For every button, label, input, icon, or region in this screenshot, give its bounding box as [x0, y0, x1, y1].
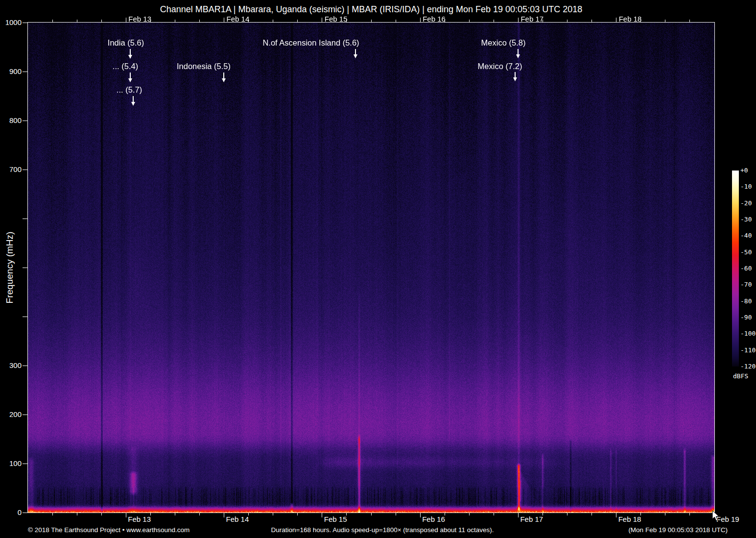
colorbar-label: +0	[740, 167, 748, 174]
x-tick-label-top: Feb 17	[520, 15, 543, 23]
tick-mark	[23, 464, 27, 464]
annotation-arrow-icon	[516, 54, 520, 58]
x-tick-label-top: Feb 14	[227, 15, 250, 23]
tick-mark	[297, 20, 298, 23]
spectrogram-canvas	[28, 23, 714, 513]
event-annotation-label: Indonesia (5.5)	[177, 62, 231, 71]
y-tick-label: 800	[0, 116, 22, 124]
tick-mark	[297, 513, 298, 515]
tick-mark	[224, 513, 224, 517]
x-tick-label-top: Feb 16	[423, 15, 446, 23]
tick-mark	[101, 513, 102, 515]
x-tick-label-top: Feb 15	[325, 15, 348, 23]
tick-mark	[101, 20, 102, 23]
tick-mark	[616, 18, 616, 23]
annotation-arrow-icon	[128, 78, 132, 82]
mouse-cursor-icon	[712, 511, 721, 522]
event-annotation-label: N.of Ascension Island (5.6)	[262, 38, 359, 48]
figure-title: Channel MBAR1A | Mbarara, Uganda (seismi…	[28, 4, 714, 15]
colorbar-label: -20	[740, 199, 752, 207]
tick-mark	[616, 513, 616, 517]
event-annotation-label: Mexico (5.8)	[481, 38, 526, 48]
annotation-arrow-icon	[513, 77, 517, 81]
plot-area	[27, 22, 715, 513]
tick-mark	[23, 513, 27, 513]
tick-mark	[469, 513, 470, 515]
colorbar-label: -30	[740, 216, 752, 223]
tick-mark	[52, 513, 53, 515]
colorbar-label: -120	[740, 363, 756, 370]
tick-mark	[175, 20, 175, 23]
tick-mark	[396, 20, 396, 23]
event-annotation-label: ... (5.4)	[113, 62, 138, 71]
tick-mark	[23, 317, 27, 317]
x-tick-label-bottom: Feb 17	[520, 515, 543, 523]
event-annotation-label: ... (5.7)	[117, 85, 142, 95]
tick-mark	[23, 219, 27, 219]
x-tick-label-bottom: Feb 18	[618, 515, 641, 523]
tick-mark	[224, 18, 224, 23]
tick-mark	[494, 513, 494, 515]
x-tick-label-bottom: Feb 13	[128, 515, 151, 523]
colorbar-label: -110	[740, 346, 756, 354]
tick-mark	[23, 72, 27, 72]
colorbar-label: -60	[740, 265, 752, 272]
tick-mark	[23, 366, 27, 366]
tick-mark	[591, 513, 592, 515]
colorbar-label: -80	[740, 297, 752, 305]
event-annotation-label: Mexico (7.2)	[478, 62, 522, 71]
event-annotation-label: India (5.6)	[108, 38, 144, 48]
tick-mark	[52, 20, 53, 23]
y-tick-label: 700	[0, 165, 22, 173]
x-tick-label-bottom: Feb 16	[422, 515, 445, 523]
x-tick-label-bottom: Feb 14	[226, 515, 249, 523]
colorbar-label: -10	[740, 183, 752, 190]
tick-mark	[396, 513, 396, 515]
tick-mark	[23, 170, 27, 170]
colorbar-label: -40	[740, 232, 752, 239]
annotation-arrow-icon	[354, 54, 357, 58]
tick-mark	[175, 513, 175, 515]
tick-mark	[567, 513, 567, 515]
tick-mark	[371, 20, 372, 23]
tick-mark	[273, 20, 273, 23]
y-tick-label: 0	[0, 508, 22, 516]
y-tick-label: 900	[0, 67, 22, 75]
y-tick-label: 300	[0, 361, 22, 369]
tick-mark	[469, 20, 470, 23]
tick-mark	[567, 20, 567, 23]
tick-mark	[273, 513, 273, 515]
tick-mark	[665, 513, 665, 515]
colorbar-label: -70	[740, 281, 752, 288]
annotation-arrow-icon	[128, 55, 132, 59]
tick-mark	[420, 513, 421, 517]
tick-mark	[689, 20, 690, 23]
tick-mark	[322, 513, 322, 517]
footer-timestamp: (Mon Feb 19 00:05:03 2018 UTC)	[539, 526, 728, 534]
y-tick-label: 200	[0, 410, 22, 418]
colorbar-label: -50	[740, 248, 752, 256]
tick-mark	[420, 18, 421, 23]
tick-mark	[77, 513, 77, 515]
y-axis-label: Frequency (mHz)	[4, 232, 15, 304]
tick-mark	[199, 20, 200, 23]
y-tick-label: 100	[0, 459, 22, 467]
tick-mark	[23, 121, 27, 121]
tick-mark	[77, 20, 77, 23]
tick-mark	[199, 513, 200, 515]
colorbar-gradient	[732, 171, 739, 367]
colorbar-unit-label: dBFS	[733, 372, 748, 380]
tick-mark	[591, 20, 592, 23]
tick-mark	[23, 23, 27, 23]
x-tick-label-top: Feb 18	[619, 15, 642, 23]
tick-mark	[23, 268, 27, 268]
tick-mark	[126, 513, 126, 517]
annotation-arrow-icon	[131, 102, 135, 106]
x-tick-label-bottom: Feb 15	[324, 515, 347, 523]
tick-mark	[518, 513, 519, 517]
colorbar-label: -100	[740, 330, 756, 337]
tick-mark	[665, 20, 665, 23]
y-tick-label: 1000	[0, 18, 22, 26]
tick-mark	[23, 415, 27, 415]
colorbar-label: -90	[740, 314, 752, 321]
